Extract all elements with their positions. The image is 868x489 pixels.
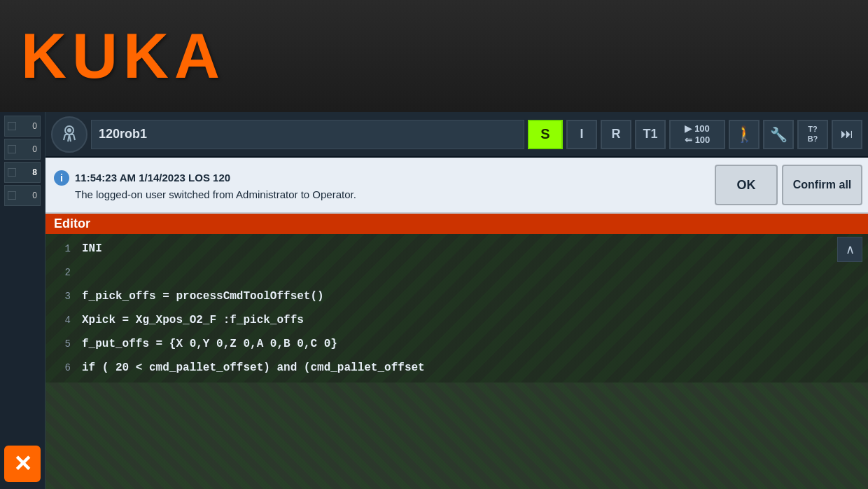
close-button[interactable]: ✕	[4, 446, 41, 482]
button-r[interactable]: R	[601, 120, 631, 149]
button-speed[interactable]: ▶ 100 ⇐ 100	[669, 120, 725, 149]
confirm-all-button[interactable]: Confirm all	[782, 165, 862, 205]
main-screen: 0 0 8 0 ✕	[0, 112, 868, 489]
sidebar-dot-1	[8, 122, 16, 130]
kuka-logo: KUKA	[21, 20, 225, 92]
button-s[interactable]: S	[528, 120, 563, 149]
sidebar-badge-4: 0	[4, 185, 41, 206]
button-t2[interactable]: T? B?	[797, 120, 828, 149]
robot-icon	[58, 123, 80, 146]
bezel-top: KUKA	[0, 0, 868, 112]
line-code-6: if ( 20 < cmd_pallet_offset) and (cmd_pa…	[82, 361, 425, 374]
sidebar-num-3: 8	[32, 167, 37, 177]
skip-icon: ⏭	[841, 127, 853, 142]
line-number-4: 4	[51, 315, 71, 326]
code-line-3: 3 f_pick_offs = processCmdToolOffset()	[46, 284, 868, 308]
line-number-6: 6	[51, 362, 71, 373]
info-icon: i	[54, 170, 69, 186]
robot-name-bar: 120rob1	[91, 120, 524, 149]
sidebar-num-1: 0	[32, 121, 37, 131]
sidebar-num-2: 0	[32, 144, 37, 154]
chevron-up-icon: ∧	[846, 242, 855, 257]
notification-bar: i 11:54:23 AM 1/14/2023 LOS 120 The logg…	[46, 158, 868, 214]
button-i[interactable]: I	[566, 120, 597, 149]
code-line-6: 6 if ( 20 < cmd_pallet_offset) and (cmd_…	[46, 356, 868, 380]
main-content: 120rob1 S I R T1 ▶ 100 ⇐ 100	[46, 112, 868, 489]
sidebar-num-4: 0	[32, 191, 37, 200]
code-line-5: 5 f_put_offs = {X 0,Y 0,Z 0,A 0,B 0,C 0}	[46, 332, 868, 356]
sidebar-dot-3	[8, 168, 16, 177]
svg-line-6	[69, 135, 71, 142]
line-number-5: 5	[51, 338, 71, 350]
notification-header: i 11:54:23 AM 1/14/2023 LOS 120	[54, 170, 701, 186]
code-line-4: 4 Xpick = Xg_Xpos_O2_F :f_pick_offs	[46, 308, 868, 332]
robot-name: 120rob1	[99, 127, 147, 142]
button-t1[interactable]: T1	[635, 120, 666, 149]
header-bar: 120rob1 S I R T1 ▶ 100 ⇐ 100	[46, 112, 868, 158]
line-number-2: 2	[51, 267, 71, 278]
speed-back: ⇐ 100	[685, 135, 710, 145]
sidebar-dot-2	[8, 145, 16, 153]
sidebar-badge-3: 8	[4, 162, 41, 183]
line-code-3: f_pick_offs = processCmdToolOffset()	[82, 290, 324, 303]
code-line-2: 2	[46, 261, 868, 284]
line-code-5: f_put_offs = {X 0,Y 0,Z 0,A 0,B 0,C 0}	[82, 338, 337, 350]
sidebar-badge-2: 0	[4, 139, 41, 160]
back-icon: ⇐	[685, 135, 692, 145]
ok-button[interactable]: OK	[715, 165, 778, 205]
notification-message: The logged-on user switched from Adminis…	[54, 188, 701, 200]
editor-body: ∧ 1 INI 2 3 f_pick_offs = processCmdTool…	[46, 234, 868, 383]
svg-line-3	[64, 135, 65, 140]
editor-area: Editor ∧ 1 INI 2 3 f_pick_offs = process…	[46, 214, 868, 489]
notification-buttons: OK Confirm all	[709, 158, 868, 212]
speed-forward: ▶ 100	[685, 123, 710, 134]
svg-line-4	[74, 135, 75, 140]
line-number-1: 1	[51, 243, 71, 254]
play-icon: ▶	[685, 123, 692, 134]
line-number-3: 3	[51, 291, 71, 302]
robot-icon-button[interactable]	[51, 116, 88, 153]
notification-content: i 11:54:23 AM 1/14/2023 LOS 120 The logg…	[46, 158, 709, 212]
line-code-1: INI	[82, 242, 102, 255]
sidebar-badge-1: 0	[4, 116, 41, 137]
notification-timestamp: 11:54:23 AM 1/14/2023 LOS 120	[75, 172, 230, 184]
scroll-up-button[interactable]: ∧	[837, 237, 862, 262]
editor-title: Editor	[54, 216, 90, 231]
sidebar: 0 0 8 0 ✕	[0, 112, 46, 489]
code-line-1: 1 INI	[46, 237, 868, 261]
button-walk[interactable]: 🚶	[729, 120, 760, 149]
svg-point-1	[67, 128, 71, 132]
close-icon: ✕	[13, 453, 32, 475]
button-tool[interactable]: 🔧	[763, 120, 794, 149]
walk-icon: 🚶	[735, 125, 754, 144]
sidebar-dot-4	[8, 191, 16, 200]
line-code-4: Xpick = Xg_Xpos_O2_F :f_pick_offs	[82, 314, 304, 326]
tool-icon: 🔧	[770, 126, 788, 143]
editor-header: Editor	[46, 214, 868, 234]
button-skip[interactable]: ⏭	[832, 120, 862, 149]
